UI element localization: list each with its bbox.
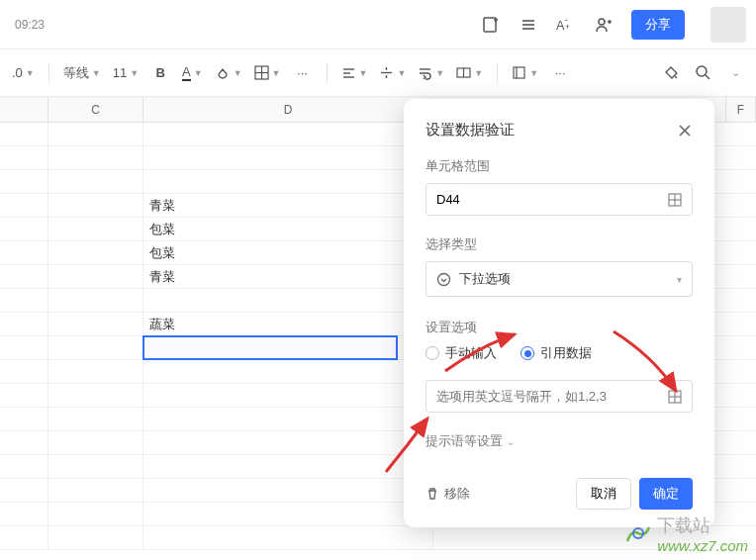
font-size-select[interactable]: 11▼: [109, 59, 142, 87]
more-tools-button[interactable]: ···: [546, 59, 574, 87]
expand-icon[interactable]: ⌄: [720, 59, 748, 87]
radio-icon-checked: [520, 346, 534, 360]
search-icon[interactable]: [689, 59, 716, 87]
options-input-wrap[interactable]: [425, 380, 693, 413]
doc-timestamp: 09:23: [10, 18, 45, 32]
type-select[interactable]: 下拉选项 ▾: [425, 261, 693, 297]
trash-icon: [425, 487, 439, 501]
cancel-button[interactable]: 取消: [576, 478, 631, 510]
list-icon[interactable]: [519, 15, 538, 35]
ok-button[interactable]: 确定: [639, 478, 693, 510]
topbar-actions: A+- 分享: [481, 7, 746, 43]
selected-cell[interactable]: [143, 336, 397, 359]
type-label: 选择类型: [425, 235, 693, 253]
options-input[interactable]: [436, 389, 668, 404]
font-size-icon[interactable]: A+-: [556, 15, 576, 35]
chevron-down-icon: ⌄: [507, 436, 515, 447]
range-input-wrap[interactable]: [425, 183, 693, 216]
svg-rect-22: [514, 67, 524, 78]
cell-d-4[interactable]: 青菜: [143, 265, 433, 288]
chevron-down-icon: ▾: [677, 274, 682, 285]
share-button[interactable]: 分享: [631, 10, 685, 40]
remove-label: 移除: [444, 485, 470, 503]
panel-title: 设置数据验证: [425, 121, 515, 140]
radio-manual-label: 手动输入: [445, 344, 497, 362]
borders-button[interactable]: ▼: [250, 59, 285, 87]
type-value: 下拉选项: [459, 270, 511, 288]
range-picker-icon[interactable]: [668, 390, 682, 404]
font-size-label: 11: [113, 65, 127, 80]
radio-reference-data[interactable]: 引用数据: [520, 344, 592, 362]
fill-color-button[interactable]: ▼: [211, 59, 246, 87]
cell-d-2[interactable]: 包菜: [143, 218, 433, 240]
divider: [327, 63, 328, 83]
watermark-text: 下载站: [657, 515, 710, 535]
col-header-c[interactable]: C: [48, 97, 143, 122]
number-format-button[interactable]: .0▼: [8, 59, 39, 87]
insert-button[interactable]: ▼: [508, 59, 542, 87]
watermark-url: www.xz7.com: [657, 537, 748, 554]
range-input[interactable]: [436, 192, 668, 207]
more-settings-toggle[interactable]: 提示语等设置 ⌄: [425, 432, 693, 450]
font-color-button[interactable]: A▼: [178, 59, 207, 87]
col-header-f[interactable]: F: [726, 97, 756, 122]
dropdown-icon: [436, 272, 451, 287]
divider: [48, 63, 49, 83]
window-topbar: 09:23 A+- 分享: [0, 0, 756, 49]
more-format-button[interactable]: ···: [289, 59, 317, 87]
range-label: 单元格范围: [425, 157, 693, 175]
close-icon[interactable]: [677, 123, 693, 139]
svg-point-31: [438, 273, 450, 285]
align-v-button[interactable]: ▼: [375, 59, 410, 87]
more-settings-label: 提示语等设置: [425, 432, 503, 450]
add-person-icon[interactable]: [594, 15, 614, 35]
font-family-select[interactable]: 等线▼: [59, 59, 105, 87]
col-header-blank[interactable]: [0, 97, 48, 122]
number-format-label: .0: [12, 65, 23, 80]
radio-ref-label: 引用数据: [540, 344, 592, 362]
svg-text:A: A: [556, 17, 565, 32]
watermark-logo-icon: [623, 521, 653, 547]
avatar[interactable]: [710, 7, 746, 43]
col-header-d[interactable]: D: [143, 97, 433, 122]
bold-button[interactable]: B: [146, 59, 174, 87]
data-validation-panel: 设置数据验证 单元格范围 选择类型 下拉选项 ▾ 设置选项 手动输入 引用数据 …: [404, 99, 714, 527]
options-radio-group: 手动输入 引用数据: [425, 344, 693, 362]
svg-text:-: -: [565, 16, 568, 25]
options-label: 设置选项: [425, 319, 693, 336]
new-icon[interactable]: [481, 15, 501, 35]
svg-point-24: [697, 66, 707, 76]
font-family-label: 等线: [63, 64, 89, 82]
divider: [497, 63, 498, 83]
cell-d-5[interactable]: 蔬菜: [143, 313, 433, 335]
cell-d-1[interactable]: 青菜: [143, 194, 433, 217]
watermark: 下载站 www.xz7.com: [623, 513, 748, 554]
cell-d-3[interactable]: 包菜: [143, 241, 433, 264]
formatting-toolbar: .0▼ 等线▼ 11▼ B A▼ ▼ ▼ ··· ▼ ▼ ▼ ▼ ▼ ··· ⌄: [0, 49, 756, 97]
range-picker-icon[interactable]: [668, 193, 682, 207]
radio-manual-input[interactable]: 手动输入: [425, 344, 497, 362]
remove-button[interactable]: 移除: [425, 485, 470, 503]
format-painter-icon[interactable]: [657, 59, 685, 87]
svg-point-9: [599, 19, 605, 25]
svg-line-25: [706, 75, 709, 79]
align-h-button[interactable]: ▼: [337, 59, 372, 87]
wrap-button[interactable]: ▼: [414, 59, 448, 87]
radio-icon: [425, 346, 439, 360]
merge-button[interactable]: ▼: [452, 59, 487, 87]
